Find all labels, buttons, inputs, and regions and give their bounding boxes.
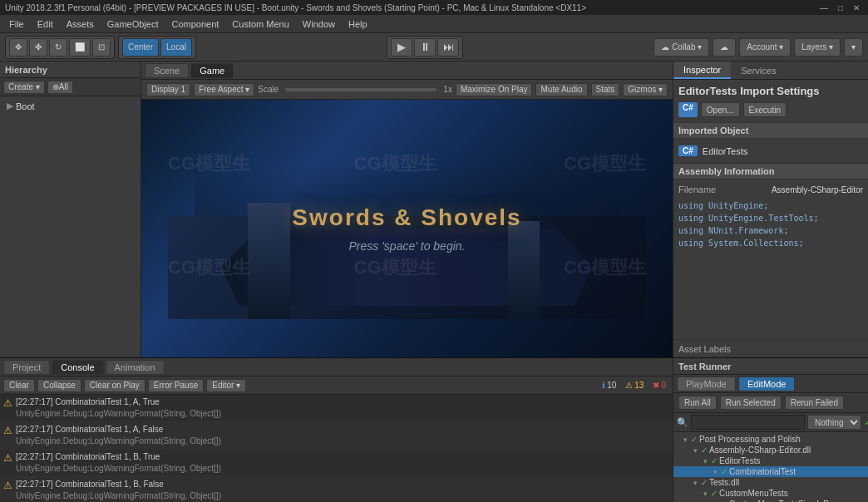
collab-icon: ☁ xyxy=(661,42,669,52)
menu-gameobject[interactable]: GameObject xyxy=(101,17,165,31)
clear-btn[interactable]: Clear xyxy=(3,379,35,392)
console-entry[interactable]: ⚠[22:27:17] CombinatorialTest 1, A, True… xyxy=(0,395,673,422)
test-tree-item[interactable]: ▾✓Tests.dll xyxy=(673,477,868,488)
local-btn[interactable]: Local xyxy=(160,38,192,57)
window-controls[interactable]: — □ ✕ xyxy=(816,3,863,12)
rect-tool-btn[interactable]: ⊡ xyxy=(92,38,111,57)
menu-help[interactable]: Help xyxy=(343,17,373,31)
mute-audio-btn[interactable]: Mute Audio xyxy=(535,83,587,96)
scene-tab[interactable]: Scene xyxy=(145,63,189,78)
account-btn[interactable]: Account ▾ xyxy=(739,38,791,57)
menu-custom-menu[interactable]: Custom Menu xyxy=(226,17,294,31)
run-all-btn[interactable]: Run All xyxy=(678,396,717,410)
maximize-btn[interactable]: □ xyxy=(835,3,846,12)
bottom-panel: Project Console Animation Clear Collapse… xyxy=(0,357,868,502)
cloud-btn[interactable]: ☁ xyxy=(713,38,736,57)
animation-tab[interactable]: Animation xyxy=(106,360,165,375)
center-area: Scene Game Display 1 Free Aspect ▾ Scale… xyxy=(141,62,673,357)
scale-tool-btn[interactable]: ⬜ xyxy=(69,38,91,57)
bottom-tabs: Project Console Animation xyxy=(0,358,673,376)
test-tree-item[interactable]: ▾✓Post Processing and Polish xyxy=(673,434,868,445)
assembly-info-section: Assembly Information xyxy=(673,163,868,180)
maximize-on-play-btn[interactable]: Maximize On Play xyxy=(456,83,533,96)
console-entry[interactable]: ⚠[22:27:17] CombinatorialTest 1, B, True… xyxy=(0,450,673,477)
test-item-label: Assembly-CSharp-Editor.dll xyxy=(709,445,811,455)
editmode-tab-btn[interactable]: EditMode xyxy=(738,376,795,391)
expand-arrow-icon: ▾ xyxy=(693,479,698,487)
game-subtoolbar: Display 1 Free Aspect ▾ Scale 1x Maximiz… xyxy=(141,80,673,100)
expand-arrow-icon: ▾ xyxy=(703,457,708,465)
test-check-icon: ✓ xyxy=(691,435,698,444)
open-btn[interactable]: Open... xyxy=(701,102,740,117)
menu-file[interactable]: File xyxy=(3,17,30,31)
toolbar: ✥ ✤ ↻ ⬜ ⊡ Center Local ▶ ⏸ ⏭ ☁ Collab ▾ … xyxy=(0,33,868,62)
hierarchy-item-boot[interactable]: ▶ Boot xyxy=(3,100,137,112)
hierarchy-all-btn[interactable]: ⊕All xyxy=(47,81,73,94)
console-entry-text: [22:27:17] CombinatorialTest 1, B, TrueU… xyxy=(16,451,221,475)
imported-cs-badge: C# xyxy=(678,145,698,156)
execute-btn[interactable]: Executin xyxy=(743,102,787,117)
test-tree-item[interactable]: ▾✓Assembly-CSharp-Editor.dll xyxy=(673,445,868,455)
playmode-tab-btn[interactable]: PlayMode xyxy=(677,376,736,391)
menu-component[interactable]: Component xyxy=(165,17,224,31)
collab-btn[interactable]: ☁ Collab ▾ xyxy=(653,38,709,57)
menu-edit[interactable]: Edit xyxy=(32,17,59,31)
console-toolbar: Clear Collapse Clear on Play Error Pause… xyxy=(0,376,673,395)
stats-btn[interactable]: Stats xyxy=(591,83,620,96)
error-badge: ✖ 0 xyxy=(649,381,669,390)
inspector-tab[interactable]: Inspector xyxy=(673,62,731,79)
console-entry[interactable]: ⚠[22:27:17] CombinatorialTest 1, A, Fals… xyxy=(0,422,673,450)
inspector-panel: Inspector Services EditorTests Import Se… xyxy=(673,62,868,357)
gizmos-btn[interactable]: Gizmos ▾ xyxy=(623,83,668,96)
layers-btn[interactable]: Layers ▾ xyxy=(794,38,841,57)
display-btn[interactable]: Display 1 xyxy=(146,83,190,96)
hierarchy-title: Hierarchy xyxy=(5,65,47,75)
console-entry[interactable]: ⚠[22:27:17] CombinatorialTest 1, B, Fals… xyxy=(0,477,673,502)
rerun-failed-btn[interactable]: Rerun Failed xyxy=(785,396,844,410)
filename-label: Filename xyxy=(678,185,745,194)
collapse-btn[interactable]: Collapse xyxy=(37,379,81,392)
pause-btn[interactable]: ⏸ xyxy=(414,38,436,57)
close-btn[interactable]: ✕ xyxy=(850,3,863,12)
test-runner-title: Test Runner xyxy=(678,362,731,372)
code-line-2: using UnityEngine.TestTools; xyxy=(678,212,863,224)
menu-window[interactable]: Window xyxy=(297,17,341,31)
test-tree-item[interactable]: ▾✓CombinatorialTest xyxy=(673,466,868,477)
play-btn[interactable]: ▶ xyxy=(391,38,412,57)
test-run-bar: Run All Run Selected Rerun Failed xyxy=(673,393,868,413)
test-item-label: CustomMenuTests xyxy=(719,489,788,498)
test-filter-dropdown[interactable]: Nothing xyxy=(807,415,861,430)
console-tab[interactable]: Console xyxy=(52,360,103,375)
move-tool-btn[interactable]: ✤ xyxy=(29,38,47,57)
clear-on-play-btn[interactable]: Clear on Play xyxy=(84,379,145,392)
test-runner-header: Test Runner xyxy=(673,358,868,375)
layout-btn[interactable]: ▾ xyxy=(844,38,863,57)
warning-icon: ⚠ xyxy=(3,425,12,436)
hierarchy-header: Hierarchy xyxy=(0,62,141,78)
error-pause-btn[interactable]: Error Pause xyxy=(148,379,204,392)
aspect-btn[interactable]: Free Aspect ▾ xyxy=(194,83,254,96)
search-icon: 🔍 xyxy=(677,417,688,428)
main-layout: Hierarchy Create ▾ ⊕All ▶ Boot Scene Gam… xyxy=(0,62,868,357)
open-exec-row: C# Open... Executin xyxy=(678,102,863,117)
test-filter-input[interactable] xyxy=(691,415,805,430)
rotate-tool-btn[interactable]: ↻ xyxy=(49,38,67,57)
scale-slider[interactable] xyxy=(285,88,436,91)
test-tree-item[interactable]: ▸✓CustomMenuTestsSimplePasses xyxy=(673,499,868,502)
hand-tool-btn[interactable]: ✥ xyxy=(9,38,27,57)
center-btn[interactable]: Center xyxy=(122,38,159,57)
editor-filter-btn[interactable]: Editor ▾ xyxy=(206,379,246,392)
menu-assets[interactable]: Assets xyxy=(61,17,100,31)
test-item-label: EditorTests xyxy=(719,456,760,465)
minimize-btn[interactable]: — xyxy=(816,3,831,12)
test-tree-item[interactable]: ▾✓CustomMenuTests xyxy=(673,488,868,499)
test-tree-item[interactable]: ▾✓EditorTests xyxy=(673,455,868,466)
code-line-3: using NUnit.Framework; xyxy=(678,224,863,237)
hierarchy-create-btn[interactable]: Create ▾ xyxy=(3,81,45,94)
step-btn[interactable]: ⏭ xyxy=(437,38,459,57)
game-tab[interactable]: Game xyxy=(190,63,234,78)
code-line-4: using System.Collections; xyxy=(678,237,863,249)
services-tab[interactable]: Services xyxy=(731,62,786,79)
run-selected-btn[interactable]: Run Selected xyxy=(720,396,782,410)
project-tab[interactable]: Project xyxy=(3,360,50,375)
